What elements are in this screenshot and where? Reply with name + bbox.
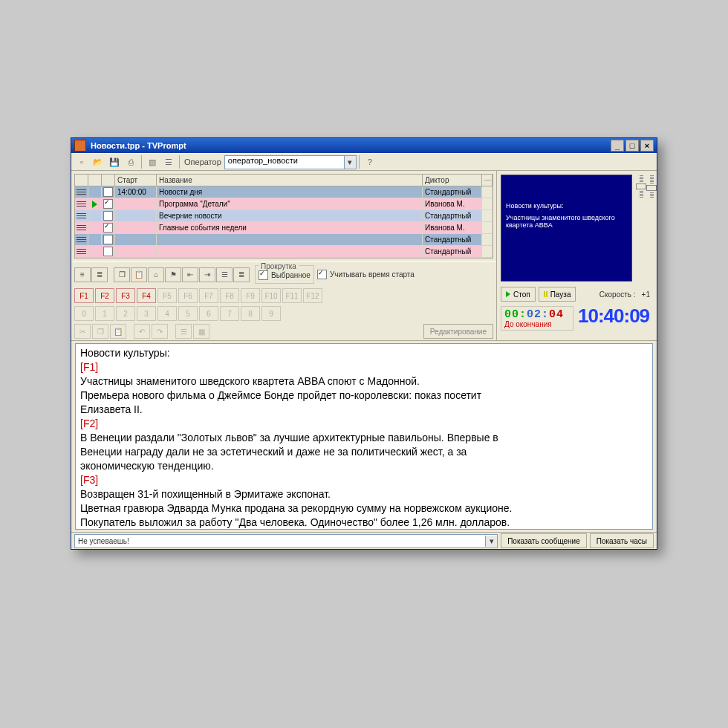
fkey-row: F1F2F3F4F5F6F7F8F9F10F11F12 [71,287,496,305]
speed-label: Скорость : [599,290,636,299]
open-icon[interactable]: 📂 [91,155,105,169]
copy-icon[interactable]: ❐ [114,267,130,282]
numkey-6[interactable]: 6 [199,306,218,321]
operator-select-arrow[interactable]: ▾ [345,155,357,169]
table-row[interactable]: Стандартный [75,234,493,246]
redo-icon[interactable]: ↷ [152,324,168,339]
fkey-f10[interactable]: F10 [261,288,281,303]
close-button[interactable]: × [640,140,654,152]
table-row[interactable]: Программа "Детали"Иванова М. [75,198,493,210]
row-checkbox[interactable] [103,223,113,233]
script-editor[interactable]: Новости культуры: [F1] Участницы знамени… [75,343,653,530]
maximize-button[interactable]: □ [625,140,639,152]
playing-icon [92,201,97,208]
fkey-f3[interactable]: F3 [116,288,135,303]
justify-icon[interactable]: ≣ [233,267,250,282]
use-start-checkbox[interactable] [317,270,327,279]
undo-icon[interactable]: ↶ [134,324,150,339]
message-combo[interactable]: Не успеваешь! ▾ [74,534,498,548]
preview-monitor: Новости культуры: Участницы знаменитого … [501,175,632,282]
table-row[interactable]: 14:00:00Новости дняСтандартный [75,186,493,198]
minimize-button[interactable]: _ [611,140,624,152]
stop-button[interactable]: Стоп [501,287,536,302]
fkey-f4[interactable]: F4 [137,288,156,303]
numkey-7[interactable]: 7 [220,306,239,321]
fkey-f5[interactable]: F5 [157,288,177,303]
cut-icon[interactable]: ✂ [74,324,91,339]
copy2-icon[interactable]: ❐ [92,324,108,339]
col-speaker[interactable]: Диктор [423,175,482,186]
grid-icon[interactable]: ▦ [193,324,209,339]
fkey-f2[interactable]: F2 [95,288,114,303]
numkey-5[interactable]: 5 [178,306,198,321]
scroll-up[interactable] [482,175,493,186]
operator-label: Оператор [184,157,221,166]
grid-header: Старт Название Диктор [75,175,493,186]
number-row: 0123456789 [71,305,496,322]
current-time-clock: 10:40:09 [578,305,649,331]
table-row[interactable]: Стандартный [75,246,493,258]
align-center-icon[interactable]: ≣ [91,267,108,282]
chevron-down-icon[interactable]: ▾ [485,536,497,547]
remaining-clock: 00:02:04 До окончания [501,306,573,331]
home-icon[interactable]: ⌂ [148,267,164,282]
speed-value: +1 [642,290,650,299]
preview-controls: Стоп Пауза Скорость : +1 [497,285,657,303]
fkey-f12[interactable]: F12 [303,288,322,303]
title-bar: Новости.tpp - TVPrompt _ □ × [71,138,657,153]
app-window: Новости.tpp - TVPrompt _ □ × ▫ 📂 💾 ⎙ ▥ ☰… [71,137,657,550]
indent-icon[interactable]: ⇤ [182,267,198,282]
row-checkbox[interactable] [103,235,113,244]
scroll-fieldset: Прокрутка Выбранное [255,265,314,284]
row-checkbox[interactable] [103,247,113,256]
show-clock-button[interactable]: Показать часы [590,533,654,548]
table-row[interactable]: Главные события неделиИванова М. [75,222,493,234]
show-message-button[interactable]: Показать сообщение [501,533,587,548]
paste-icon[interactable]: 📋 [131,267,147,282]
speed-slider-2[interactable] [646,171,657,285]
left-pane: Старт Название Диктор 14:00:00Новости дн… [71,171,496,340]
window-title: Новости.tpp - TVPrompt [89,141,610,150]
selected-checkbox[interactable] [259,270,268,280]
numkey-4[interactable]: 4 [157,306,177,321]
numkey-1[interactable]: 1 [95,306,114,321]
numkey-3[interactable]: 3 [137,306,156,321]
align-left-icon[interactable]: ≡ [74,267,91,282]
new-icon[interactable]: ▫ [74,155,89,169]
bottom-tool-row: ✂ ❐ 📋 ↶ ↷ ☰ ▦ Редактирование [71,322,496,340]
right-pane: Новости культуры: Участницы знаменитого … [496,171,657,340]
fkey-f11[interactable]: F11 [282,288,302,303]
numkey-9[interactable]: 9 [261,306,281,321]
fkey-f1[interactable]: F1 [74,288,94,303]
save-icon[interactable]: 💾 [107,155,122,169]
row-checkbox[interactable] [103,199,113,209]
playlist-grid: Старт Название Диктор 14:00:00Новости дн… [74,174,493,259]
col-start[interactable]: Старт [115,175,157,186]
speed-slider-1[interactable] [636,171,646,285]
tile-icon[interactable]: ▥ [145,155,160,169]
paste2-icon[interactable]: 📋 [110,324,126,339]
numkey-0[interactable]: 0 [74,306,94,321]
edit-toolbar: ≡ ≣ ❐ 📋 ⌂ ⚑ ⇤ ⇥ ☰ ≣ Прокрутка Выбранное … [71,261,496,287]
operator-select[interactable]: оператор_новости [224,155,345,169]
rows-icon[interactable]: ☰ [175,324,192,339]
pause-button[interactable]: Пауза [539,287,576,302]
numkey-2[interactable]: 2 [116,306,135,321]
marker-icon[interactable]: ⚑ [165,267,181,282]
fkey-f6[interactable]: F6 [178,288,198,303]
row-checkbox[interactable] [103,211,113,221]
row-checkbox[interactable] [103,187,113,197]
numkey-8[interactable]: 8 [241,306,260,321]
col-name[interactable]: Название [157,175,423,186]
table-row[interactable]: Вечерние новостиСтандартный [75,210,493,222]
help-icon[interactable]: ? [363,155,377,169]
fkey-f8[interactable]: F8 [220,288,239,303]
print-icon[interactable]: ⎙ [123,155,138,169]
status-bar: Не успеваешь! ▾ Показать сообщение Показ… [71,532,657,549]
edit-mode-button[interactable]: Редактирование [423,324,493,339]
outdent-icon[interactable]: ⇥ [199,267,215,282]
fkey-f9[interactable]: F9 [241,288,260,303]
fkey-f7[interactable]: F7 [199,288,218,303]
list-icon[interactable]: ☰ [161,155,176,169]
list-icon[interactable]: ☰ [216,267,233,282]
